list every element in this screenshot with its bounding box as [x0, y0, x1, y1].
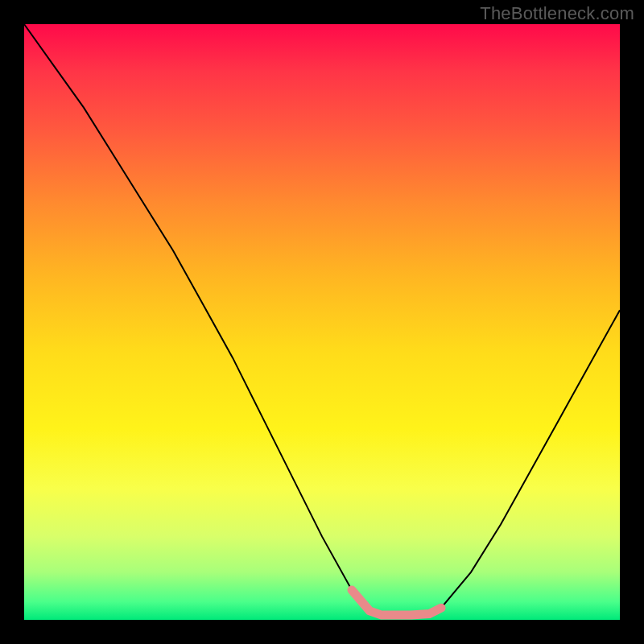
series-bottleneck-curve: [24, 24, 620, 615]
series-optimal-zone: [352, 590, 441, 615]
watermark-text: TheBottleneck.com: [480, 3, 634, 24]
plot-area: [24, 24, 620, 620]
chart-frame: TheBottleneck.com: [0, 0, 644, 644]
chart-svg: [24, 24, 620, 620]
